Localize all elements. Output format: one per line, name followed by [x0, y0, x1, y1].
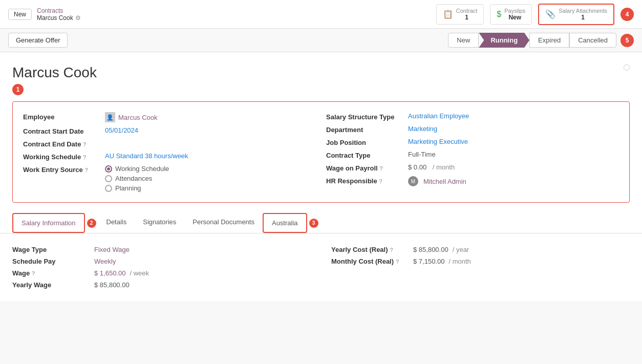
radio-dot-1: [105, 165, 112, 173]
wage-payroll-label: Wage on Payroll ?: [326, 163, 408, 172]
working-schedule-value[interactable]: AU Standard 38 hours/week: [105, 152, 188, 160]
salary-structure-label: Salary Structure Type: [326, 112, 408, 121]
contract-button[interactable]: 📋 Contract 1: [436, 4, 484, 25]
contract-end-row: Contract End Date ?: [23, 137, 316, 150]
wage-unit: / week: [130, 269, 149, 277]
employee-avatar: 👤: [105, 112, 115, 122]
wage-row: Wage ? $ 1,650.00 / week: [12, 267, 311, 279]
status-expired-button[interactable]: Expired: [529, 33, 569, 48]
schedule-pay-value: Weekly: [94, 258, 116, 265]
wage-label: Wage ?: [12, 269, 94, 277]
employee-value[interactable]: 👤 Marcus Cook: [105, 112, 158, 122]
tab-salary-info[interactable]: Salary Information: [12, 213, 85, 233]
action-bar: Generate Offer New Running Expired Cance…: [0, 29, 642, 52]
radio-attendances[interactable]: Attendances: [105, 175, 169, 182]
hr-responsible-label: HR Responsible ?: [326, 176, 408, 185]
job-position-value[interactable]: Marketing Executive: [408, 138, 468, 145]
tab-personal-docs[interactable]: Personal Documents: [184, 213, 263, 233]
department-value[interactable]: Marketing: [408, 125, 437, 133]
generate-offer-button[interactable]: Generate Offer: [8, 33, 68, 48]
employee-label: Employee: [23, 112, 105, 121]
contract-icon: 📋: [443, 9, 453, 19]
job-position-row: Job Position Marketing Executive: [326, 136, 619, 148]
status-running-button[interactable]: Running: [479, 33, 529, 48]
working-schedule-label: Working Schedule ?: [23, 152, 105, 161]
yearly-cost-row: Yearly Cost (Real) ? $ 85,800.00 / year: [331, 244, 630, 255]
contract-start-label: Contract Start Date: [23, 126, 105, 135]
contract-start-row: Contract Start Date 05/01/2024: [23, 124, 316, 137]
tab-signatories[interactable]: Signatories: [135, 213, 184, 233]
salary-info-section: Wage Type Fixed Wage Schedule Pay Weekly…: [12, 233, 630, 301]
breadcrumb: Contracts Marcus Cook ⚙: [37, 7, 81, 22]
page-title: Marcus Cook: [12, 65, 97, 81]
yearly-wage-row: Yearly Wage $ 85,800.00: [12, 279, 311, 291]
breadcrumb-current: Marcus Cook ⚙: [37, 14, 81, 22]
radio-planning[interactable]: Planning: [105, 184, 169, 192]
step-indicator-5: 5: [620, 34, 634, 47]
help-icon-4[interactable]: ?: [379, 165, 383, 172]
monthly-cost-row: Monthly Cost (Real) ? $ 7,150.00 / month: [331, 255, 630, 267]
work-entry-options: Working Schedule Attendances Planning: [105, 165, 169, 192]
contract-end-label: Contract End Date ?: [23, 139, 105, 148]
contract-start-value[interactable]: 05/01/2024: [105, 126, 138, 134]
salary-structure-value[interactable]: Australian Employee: [408, 112, 469, 120]
breadcrumb-parent[interactable]: Contracts: [37, 7, 81, 14]
schedule-pay-row: Schedule Pay Weekly: [12, 255, 311, 267]
hr-responsible-value[interactable]: M Mitchell Admin: [408, 176, 466, 186]
job-position-label: Job Position: [326, 138, 408, 146]
work-entry-label: Work Entry Source ?: [23, 165, 105, 174]
work-entry-row: Work Entry Source ? Working Schedule Att…: [23, 163, 316, 194]
wage-payroll-row: Wage on Payroll ? $ 0.00 / month: [326, 161, 619, 174]
salary-attachments-button[interactable]: 📎 Salary Attachments 1: [538, 4, 614, 25]
tab-details[interactable]: Details: [98, 213, 135, 233]
monthly-cost-label: Monthly Cost (Real) ?: [331, 258, 413, 265]
gear-icon[interactable]: ⚙: [75, 14, 81, 22]
main-content: Marcus Cook 1 Employee 👤 Marcus Cook Con…: [0, 52, 642, 301]
breadcrumb-area: New Contracts Marcus Cook ⚙: [8, 7, 81, 22]
top-bar-actions: 📋 Contract 1 $ Payslips New 📎 Salary Att…: [436, 4, 634, 25]
status-new-button[interactable]: New: [448, 33, 479, 48]
monthly-cost-value: $ 7,150.00: [413, 258, 444, 265]
wage-type-row: Wage Type Fixed Wage: [12, 244, 311, 255]
payslips-button[interactable]: $ Payslips New: [490, 4, 532, 25]
step-indicator-4: 4: [620, 8, 634, 21]
working-schedule-row: Working Schedule ? AU Standard 38 hours/…: [23, 150, 316, 163]
wage-type-value: Fixed Wage: [94, 246, 130, 253]
new-button[interactable]: New: [8, 9, 32, 20]
help-icon-2[interactable]: ?: [83, 154, 87, 160]
monthly-cost-unit: / month: [448, 258, 470, 265]
yearly-cost-value: $ 85,800.00: [413, 246, 448, 253]
help-icon[interactable]: ?: [83, 141, 87, 147]
attachment-icon: 📎: [545, 9, 555, 19]
wage-type-label: Wage Type: [12, 246, 94, 253]
yearly-wage-label: Yearly Wage: [12, 281, 94, 289]
department-row: Department Marketing: [326, 123, 619, 136]
help-icon-3[interactable]: ?: [84, 167, 88, 173]
help-icon-5[interactable]: ?: [379, 178, 382, 184]
radio-working-schedule[interactable]: Working Schedule: [105, 165, 169, 173]
tabs: Salary Information 2 Details Signatories…: [0, 213, 642, 233]
employee-row: Employee 👤 Marcus Cook: [23, 110, 316, 124]
wage-payroll-value: $ 0.00 / month: [408, 163, 455, 171]
yearly-cost-label: Yearly Cost (Real) ?: [331, 246, 413, 253]
yearly-cost-unit: / year: [453, 246, 469, 253]
top-bar: New Contracts Marcus Cook ⚙ 📋 Contract 1…: [0, 0, 642, 29]
step-indicator-3: 3: [309, 219, 318, 228]
hr-responsible-row: HR Responsible ? M Mitchell Admin: [326, 174, 619, 188]
yearly-wage-value: $ 85,800.00: [94, 281, 130, 289]
status-cancelled-button[interactable]: Cancelled: [569, 33, 616, 48]
help-icon-monthly-cost[interactable]: ?: [396, 259, 399, 265]
step-indicator-2: 2: [87, 219, 96, 228]
salary-structure-row: Salary Structure Type Australian Employe…: [326, 110, 619, 123]
contract-type-label: Contract Type: [326, 151, 408, 159]
help-icon-yearly-cost[interactable]: ?: [390, 247, 393, 253]
schedule-pay-label: Schedule Pay: [12, 258, 94, 265]
contract-type-value: Full-Time: [408, 151, 436, 158]
form-section: Employee 👤 Marcus Cook Contract Start Da…: [12, 101, 630, 203]
department-label: Department: [326, 125, 408, 134]
tab-australia[interactable]: Australia: [263, 213, 307, 233]
contract-type-row: Contract Type Full-Time: [326, 148, 619, 161]
help-icon-wage[interactable]: ?: [32, 270, 35, 276]
radio-dot-3: [105, 185, 112, 192]
status-buttons: New Running Expired Cancelled: [448, 33, 616, 48]
